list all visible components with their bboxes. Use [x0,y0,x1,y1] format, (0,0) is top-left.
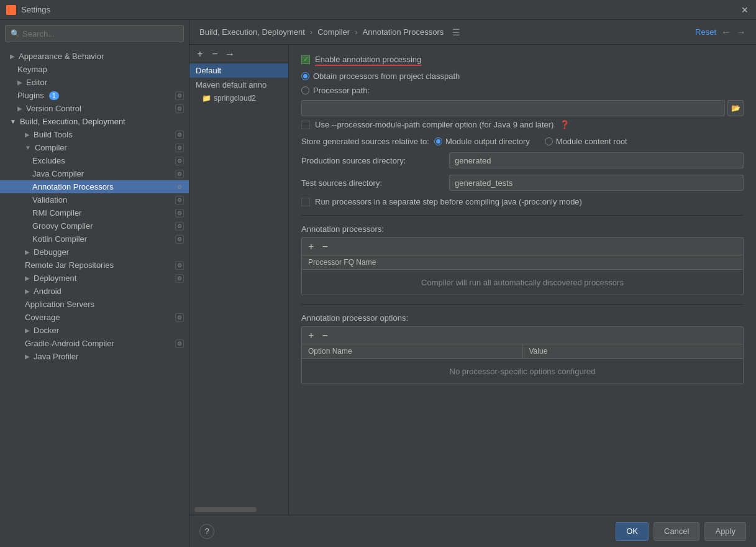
sidebar-item-compiler[interactable]: ▼ Compiler ⚙ [0,141,189,154]
obtain-processors-radio[interactable] [301,72,309,80]
settings-icon[interactable]: ⚙ [175,222,184,231]
module-output-radio[interactable] [434,137,442,145]
annotation-processors-label: Annotation processors: [301,224,744,234]
arrow-icon: ▶ [17,105,22,112]
use-module-path-checkbox[interactable] [301,121,310,129]
sidebar-item-build-exec[interactable]: ▼ Build, Execution, Deployment [0,115,189,128]
profile-item-springcloud[interactable]: 📁 springcloud2 [189,92,288,104]
sidebar-item-java-compiler[interactable]: Java Compiler ⚙ [0,167,189,180]
processor-path-radio[interactable] [301,86,309,94]
main-layout: 🔍 ▶ Appearance & Behavior Keymap ▶ Edito… [0,20,756,547]
module-content-radio[interactable] [545,137,553,145]
arrow-icon: ▶ [25,131,30,138]
sidebar-item-kotlin-compiler[interactable]: Kotlin Compiler ⚙ [0,232,189,246]
sidebar-item-editor[interactable]: ▶ Editor [0,76,189,89]
remove-profile-button[interactable]: − [209,48,221,60]
settings-icon[interactable]: ⚙ [175,183,184,191]
sidebar-item-label: Keymap [17,65,47,74]
sidebar-item-version-control[interactable]: ▶ Version Control ⚙ [0,102,189,115]
module-content-label: Module content root [556,137,627,146]
cancel-button[interactable]: Cancel [654,522,699,541]
help-button[interactable]: ? [199,524,214,539]
sidebar-item-annotation-processors[interactable]: Annotation Processors ⚙ [0,180,189,193]
sidebar-item-java-profiler[interactable]: ▶ Java Profiler [0,350,189,363]
annotation-panel: + − → Default Maven default anno 📁 sprin… [189,45,756,515]
settings-icon[interactable]: ⚙ [175,157,184,165]
breadcrumb-menu-icon[interactable]: ☰ [452,27,460,37]
settings-icon[interactable]: ⚙ [175,339,184,348]
forward-button[interactable]: → [736,27,746,38]
sidebar-item-label: Application Servers [25,300,94,309]
bottom-bar: ? OK Cancel Apply [189,515,756,547]
close-button[interactable]: ✕ [740,5,750,15]
search-box[interactable]: 🔍 [5,25,184,42]
run-separate-checkbox[interactable] [301,198,310,206]
divider2 [301,304,744,305]
reset-button[interactable]: Reset [695,27,716,37]
sidebar-item-label: Kotlin Compiler [32,234,87,244]
sidebar-item-plugins[interactable]: Plugins 1 ⚙ [0,89,189,102]
sidebar-item-rmi-compiler[interactable]: RMI Compiler ⚙ [0,206,189,219]
browse-button[interactable]: 📂 [727,100,744,116]
help-icon-module: ❓ [560,120,570,129]
add-annotation-button[interactable]: + [306,241,317,252]
sidebar-item-app-servers[interactable]: Application Servers [0,298,189,311]
settings-icon[interactable]: ⚙ [175,131,184,139]
settings-icon[interactable]: ⚙ [175,196,184,205]
settings-icon[interactable]: ⚙ [175,91,184,100]
sidebar-item-coverage[interactable]: Coverage ⚙ [0,311,189,324]
settings-icon[interactable]: ⚙ [175,170,184,178]
test-sources-input[interactable] [449,175,744,191]
options-empty-msg: No processor-specific options configured [442,359,603,384]
sidebar-item-groovy-compiler[interactable]: Groovy Compiler ⚙ [0,219,189,232]
sidebar-item-gradle-android[interactable]: Gradle-Android Compiler ⚙ [0,337,189,350]
arrow-icon: ▶ [10,53,15,60]
arrow-icon: ▼ [10,118,16,125]
run-separate-label: Run processors in a separate step before… [315,197,582,206]
sidebar-item-deployment[interactable]: ▶ Deployment ⚙ [0,272,189,285]
sidebar-item-debugger[interactable]: ▶ Debugger [0,246,189,259]
sidebar-item-appearance[interactable]: ▶ Appearance & Behavior [0,50,189,63]
search-icon: 🔍 [11,29,20,38]
settings-icon[interactable]: ⚙ [175,235,184,244]
title-bar: Settings ✕ [0,0,756,20]
move-profile-button[interactable]: → [224,48,235,60]
sidebar-item-excludes[interactable]: Excludes ⚙ [0,154,189,167]
add-profile-button[interactable]: + [194,48,206,60]
remove-annotation-button[interactable]: − [319,241,330,252]
prod-sources-input[interactable] [449,152,744,168]
sidebar-item-label: Plugins [17,91,44,100]
settings-icon[interactable]: ⚙ [175,261,184,270]
settings-icon[interactable]: ⚙ [175,313,184,322]
settings-icon[interactable]: ⚙ [175,274,184,283]
module-content-option: Module content root [545,137,627,146]
profile-scrollbar[interactable] [194,507,257,512]
add-option-button[interactable]: + [306,330,317,341]
settings-icon[interactable]: ⚙ [175,209,184,218]
sidebar-item-build-tools[interactable]: ▶ Build Tools ⚙ [0,128,189,141]
sidebar-item-keymap[interactable]: Keymap [0,63,189,76]
divider [301,215,744,216]
enable-annotation-checkbox[interactable] [301,55,310,64]
sidebar-item-remote-jar[interactable]: Remote Jar Repositories ⚙ [0,259,189,272]
profile-panel: + − → Default Maven default anno 📁 sprin… [189,45,289,515]
settings-icon[interactable]: ⚙ [175,144,184,152]
sidebar-item-validation[interactable]: Validation ⚙ [0,193,189,206]
processor-path-row: Processor path: [301,86,744,95]
arrow-icon: ▶ [25,288,30,295]
sidebar-item-docker[interactable]: ▶ Docker [0,324,189,337]
sidebar-item-label: Version Control [26,104,81,113]
profile-item-default[interactable]: Default [189,63,288,78]
profile-item-maven[interactable]: Maven default anno [189,78,288,92]
search-input[interactable] [22,29,178,39]
back-button[interactable]: ← [721,27,731,38]
ok-button[interactable]: OK [616,522,649,541]
path-input[interactable] [301,100,725,116]
option-value-header: Value [522,344,744,358]
remove-option-button[interactable]: − [319,330,330,341]
apply-button[interactable]: Apply [704,522,746,541]
sidebar-item-android[interactable]: ▶ Android [0,285,189,298]
profile-toolbar: + − → [189,45,288,63]
use-module-path-label: Use --processor-module-path compiler opt… [315,120,553,129]
settings-icon[interactable]: ⚙ [175,104,184,113]
